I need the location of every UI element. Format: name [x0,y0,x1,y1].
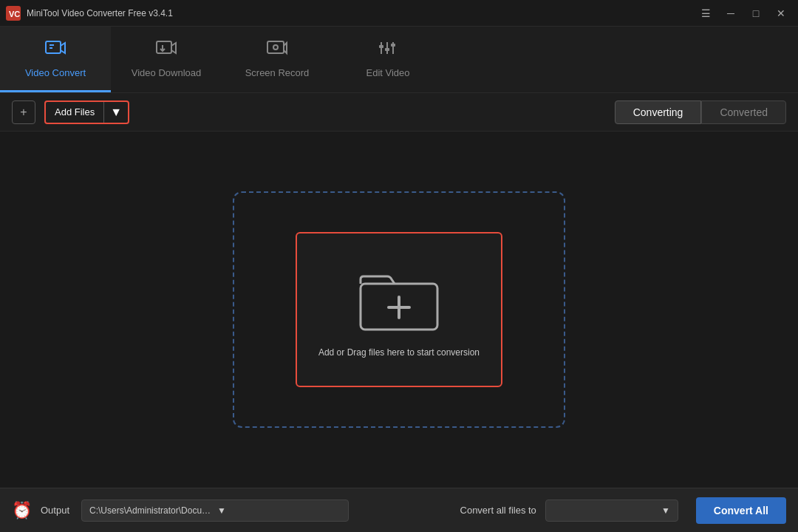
nav-item-screen-record[interactable]: Screen Record [222,27,332,92]
svg-rect-5 [157,41,171,53]
main-content: Add or Drag files here to start conversi… [0,132,798,488]
output-dropdown-arrow-icon: ▼ [217,505,341,516]
svg-rect-13 [385,48,389,51]
svg-point-8 [273,45,278,50]
add-file-icon-button[interactable]: + [12,100,35,124]
clock-icon: ⏰ [12,501,32,520]
maximize-button[interactable]: □ [745,4,767,22]
nav-item-edit-video[interactable]: Edit Video [332,27,443,92]
add-files-button-group: Add Files ▼ [44,100,129,124]
nav-label-video-convert: Video Convert [25,67,86,78]
svg-rect-7 [267,41,284,53]
title-bar-controls: ☰ ─ □ ✕ [695,4,792,22]
nav-label-edit-video: Edit Video [366,67,409,78]
format-dropdown-arrow-icon: ▼ [661,505,670,516]
toolbar: + Add Files ▼ Converting Converted [0,93,798,132]
svg-rect-14 [391,44,395,47]
convert-all-button[interactable]: Convert All [696,497,786,524]
folder-add-icon [355,262,443,335]
drop-zone-outer: Add or Drag files here to start conversi… [233,191,565,428]
add-files-button[interactable]: Add Files [46,102,103,123]
title-bar: VC MiniTool Video Converter Free v3.4.1 … [0,0,798,27]
nav-label-screen-record: Screen Record [245,67,310,78]
output-path-text: C:\Users\Administrator\Documents\MiniToo… [89,505,213,516]
edit-video-icon [377,39,399,61]
close-button[interactable]: ✕ [770,4,792,22]
plus-icon: + [20,106,27,119]
menu-button[interactable]: ☰ [695,4,717,22]
output-label: Output [41,505,69,516]
title-bar-left: VC MiniTool Video Converter Free v3.4.1 [6,6,173,21]
svg-rect-12 [379,45,383,48]
video-download-icon [155,39,177,61]
format-dropdown[interactable]: ▼ [545,499,678,522]
nav-item-video-download[interactable]: Video Download [111,27,222,92]
app-logo-icon: VC [6,6,21,21]
convert-all-label: Convert all files to [460,505,536,516]
nav-item-video-convert[interactable]: Video Convert [0,27,111,92]
bottom-bar: ⏰ Output C:\Users\Administrator\Document… [0,488,798,532]
tab-bar: Converting Converted [615,100,786,124]
tab-converting[interactable]: Converting [615,100,702,124]
video-convert-icon [44,39,66,61]
output-path-button[interactable]: C:\Users\Administrator\Documents\MiniToo… [81,499,349,522]
app-title: MiniTool Video Converter Free v3.4.1 [27,8,173,18]
add-files-dropdown-button[interactable]: ▼ [103,102,128,123]
svg-text:VC: VC [9,10,20,18]
tab-converted[interactable]: Converted [701,100,786,124]
drop-zone-text: Add or Drag files here to start conversi… [318,347,480,358]
nav-label-video-download: Video Download [132,67,201,78]
svg-rect-2 [46,41,61,53]
dropdown-arrow-icon: ▼ [110,106,122,119]
minimize-button[interactable]: ─ [720,4,742,22]
nav-bar: Video Convert Video Download Screen Reco… [0,27,798,93]
drop-zone-inner[interactable]: Add or Drag files here to start conversi… [296,232,502,387]
screen-record-icon [266,39,288,61]
